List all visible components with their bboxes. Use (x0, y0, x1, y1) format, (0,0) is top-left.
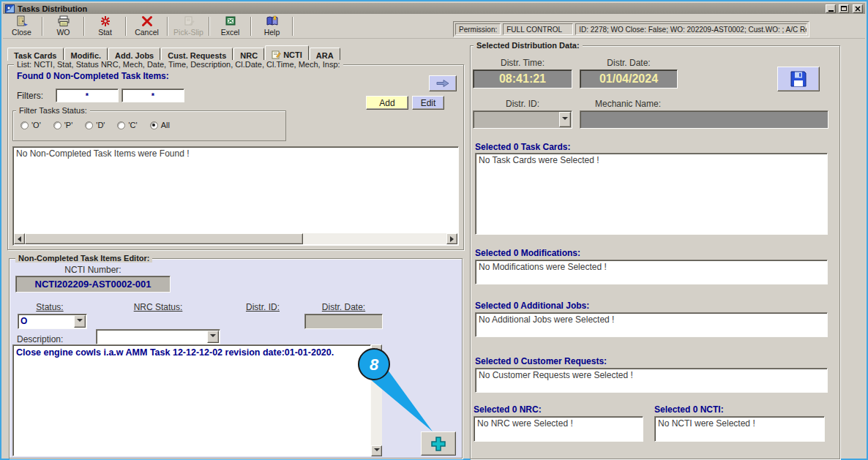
add-ncti-button[interactable] (421, 431, 456, 456)
tab-task-cards[interactable]: Task Cards (7, 48, 64, 61)
ncti-list-group: List: NCTI, Stat, Status NRC, Mech, Date… (7, 64, 464, 250)
tab-cust-requests[interactable]: Cust. Requests (161, 48, 233, 61)
radio-icon (20, 121, 29, 129)
distribution-group-label: Selected Distribution Data: (474, 41, 583, 50)
selected-customer-requests-heading: Selected 0 Customer Requests: (475, 356, 607, 366)
ncti-listbox[interactable]: No Non-Completed Task Items were Found ! (12, 146, 459, 246)
nrc-status-dropdown-button[interactable] (207, 331, 219, 343)
distr-date-label: Distr. Date: (580, 58, 678, 68)
nrc-status-combobox[interactable] (96, 329, 220, 344)
scroll-right-button[interactable] (446, 233, 457, 244)
triangle-down-icon (77, 319, 83, 325)
status-combobox[interactable]: O (18, 314, 87, 329)
radio-status-c[interactable]: 'C' (117, 121, 137, 129)
editor-distr-id-label: Distr. ID: (230, 302, 296, 312)
scrollbar-track[interactable] (25, 233, 446, 244)
description-label: Description: (17, 334, 63, 344)
dist-distr-id-dropdown-button[interactable] (559, 112, 571, 127)
save-button[interactable] (777, 67, 820, 91)
filter-input-2[interactable] (121, 88, 184, 102)
red-x-icon (141, 15, 153, 27)
scroll-down-button[interactable] (371, 445, 382, 456)
horizontal-scrollbar[interactable] (14, 233, 457, 244)
window-title: Tasks Distribution (18, 4, 823, 13)
radio-icon (53, 121, 61, 129)
empty-message: No Additional Jobs were Selected ! (476, 313, 827, 326)
radio-icon (85, 121, 93, 129)
toolbar-separator (209, 17, 210, 36)
excel-button[interactable]: Excel (213, 15, 247, 37)
selected-nrc-listbox[interactable]: No NRC were Selected ! (474, 416, 643, 442)
description-scrollbar[interactable] (371, 344, 382, 456)
close-button[interactable]: Close (4, 15, 39, 37)
distr-date-value: 01/04/2024 (580, 69, 678, 88)
status-value: O (20, 316, 73, 326)
empty-message: No NRC were Selected ! (474, 417, 643, 430)
transfer-right-button[interactable] (429, 75, 457, 91)
minimize-button[interactable] (826, 4, 836, 13)
toolbar-separator (125, 17, 127, 36)
tab-ncti[interactable]: NCTI (265, 45, 309, 61)
triangle-left-icon (18, 236, 21, 242)
selected-modifications-listbox[interactable]: No Modifications were Selected ! (475, 260, 828, 284)
distr-time-label: Distr. Time: (473, 58, 572, 68)
filter-input-1[interactable] (56, 88, 119, 102)
save-floppy-icon (789, 70, 808, 88)
selected-nrc-heading: Selected 0 NRC: (474, 404, 542, 415)
permission-value: FULL CONTROL (503, 23, 573, 35)
tab-ara[interactable]: ARA (310, 48, 340, 61)
selected-additional-jobs-heading: Selected 0 Additional Jobs: (475, 301, 589, 311)
cancel-button[interactable]: Cancel (130, 15, 164, 37)
nrc-status-label: NRC Status: (96, 302, 220, 312)
status-dropdown-button[interactable] (74, 315, 86, 328)
toolbar-separator (83, 17, 85, 36)
mechanic-name-label: Mechanic Name: (595, 99, 661, 109)
selected-task-cards-heading: Selected 0 Task Cards: (475, 142, 571, 152)
stat-button[interactable]: Stat (88, 15, 122, 37)
toolbar-separator (42, 17, 43, 36)
triangle-right-icon (450, 236, 454, 242)
tab-add-jobs[interactable]: Add. Jobs (108, 48, 160, 61)
tab-modific[interactable]: Modific. (64, 48, 108, 61)
toolbar-separator (292, 17, 293, 36)
document-icon (183, 15, 195, 27)
selected-customer-requests-listbox[interactable]: No Customer Requests were Selected ! (475, 368, 828, 393)
editor-distr-date-field (304, 314, 383, 329)
close-window-button[interactable] (853, 4, 863, 13)
description-textarea[interactable]: Close engine cowls i.a.w AMM Task 12-12-… (12, 344, 371, 456)
add-button[interactable]: Add (366, 96, 408, 110)
toolbar-separator (167, 17, 168, 36)
scroll-up-button[interactable] (371, 344, 382, 355)
radio-status-o[interactable]: 'O' (20, 121, 41, 129)
help-button[interactable]: Help (255, 15, 289, 37)
filter-status-group: Filter Tasks Status: 'O' 'P' 'D' 'C' All (12, 110, 286, 141)
door-exit-icon (15, 15, 29, 27)
wo-button[interactable]: WO (46, 15, 81, 37)
edit-button[interactable]: Edit (412, 96, 444, 110)
distribution-group: Selected Distribution Data: Distr. Time:… (470, 45, 840, 459)
filter-status-label: Filter Tasks Status: (16, 106, 90, 115)
permission-bar: Permission: FULL CONTROL ID: 2278; WO Cl… (453, 21, 809, 37)
selected-ncti-listbox[interactable]: No NCTI were Selected ! (654, 416, 825, 442)
toolbar-separator (250, 17, 252, 36)
work-order-context: ID: 2278; WO Close: False; WO: 202209-AS… (575, 23, 807, 35)
scroll-left-button[interactable] (14, 233, 25, 244)
ncti-editor-group: Non-Completed Task Items Editor: NCTI Nu… (9, 258, 463, 459)
radio-status-d[interactable]: 'D' (85, 121, 105, 129)
restore-button[interactable] (839, 4, 849, 13)
scrollbar-thumb[interactable] (25, 233, 303, 244)
radio-status-all[interactable]: All (150, 121, 170, 129)
printer-icon (57, 15, 70, 27)
app-icon (5, 4, 15, 13)
tab-nrc[interactable]: NRC (233, 48, 264, 61)
scrollbar-track[interactable] (371, 355, 382, 445)
distr-time-value: 08:41:21 (473, 69, 572, 88)
selected-additional-jobs-listbox[interactable]: No Additional Jobs were Selected ! (475, 312, 828, 337)
dist-distr-id-combobox[interactable] (473, 110, 572, 129)
permission-label: Permission: (455, 23, 501, 35)
editor-group-label: Non-Completed Task Items Editor: (15, 254, 152, 263)
app-window: Tasks Distribution Close WO Stat Cancel (0, 0, 868, 460)
selected-task-cards-listbox[interactable]: No Task Cards were Selected ! (475, 153, 828, 235)
radio-status-p[interactable]: 'P' (53, 121, 73, 129)
empty-message: No Task Cards were Selected ! (476, 154, 827, 167)
